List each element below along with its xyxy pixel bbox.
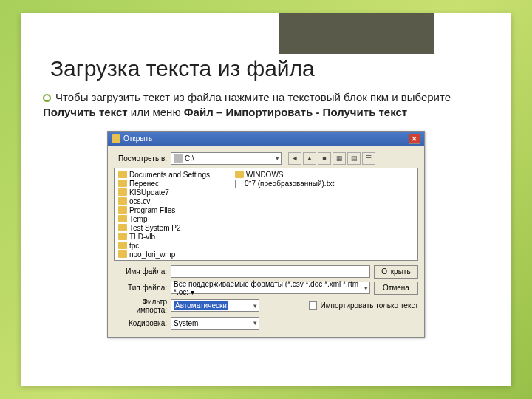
list-item[interactable]: Перенес [117, 180, 211, 188]
list-item[interactable]: 0*7 (преобразованный).txt [233, 180, 335, 188]
dialog-titlebar[interactable]: Открыть ✕ [108, 132, 424, 146]
list-item[interactable]: npo_lori_wmp [117, 250, 211, 259]
filter-label: Фильтр импорта: [114, 298, 167, 314]
list-item[interactable]: Documents and Settings [117, 171, 211, 179]
close-button[interactable]: ✕ [409, 134, 420, 144]
folder-icon [118, 250, 127, 258]
nav-view1-button[interactable]: ▦ [332, 152, 346, 165]
filename-input[interactable] [171, 265, 370, 278]
body-bold-1: Получить текст [43, 106, 128, 118]
encoding-label: Кодировка: [114, 319, 167, 327]
drive-icon [174, 154, 183, 163]
look-in-label: Посмотреть в: [114, 154, 167, 163]
folder-icon [118, 180, 127, 187]
look-in-combo[interactable]: C:\ [171, 152, 282, 165]
folder-icon [118, 197, 127, 205]
dialog-title: Открыть [123, 134, 152, 143]
folder-icon [118, 188, 127, 196]
body-bold-2: Файл – Импортировать - Получить текст [184, 106, 407, 118]
slide-accent-bar [279, 13, 434, 54]
folder-icon [118, 224, 127, 231]
file-icon [235, 180, 242, 188]
body-text-2: или меню [128, 106, 184, 118]
folder-icon [118, 206, 127, 214]
folder-icon [118, 242, 127, 249]
list-item[interactable]: Program Files [117, 206, 211, 214]
list-item[interactable]: Temp [117, 215, 211, 223]
list-item[interactable]: WINDOWS [233, 171, 335, 179]
nav-back-button[interactable]: ◄ [288, 152, 301, 165]
folder-icon [118, 215, 127, 222]
dialog-icon [112, 134, 120, 143]
list-item[interactable]: KISUpdate7 [117, 188, 211, 197]
slide-body: Чтобы загрузить текст из файла нажмите н… [21, 87, 511, 120]
list-item[interactable]: TLD-vlb [117, 233, 211, 241]
text-only-checkbox[interactable] [309, 301, 317, 310]
nav-view3-button[interactable]: ☰ [362, 152, 375, 165]
body-text-1: Чтобы загрузить текст из файла нажмите н… [55, 91, 451, 103]
filter-combo[interactable]: Автоматически [171, 299, 259, 312]
open-button[interactable]: Открыть [374, 265, 418, 279]
nav-view2-button[interactable]: ▤ [347, 152, 361, 165]
filename-label: Имя файла: [114, 267, 167, 276]
encoding-combo[interactable]: System [171, 317, 259, 330]
folder-icon [118, 233, 127, 240]
bullet-icon [43, 94, 51, 102]
list-item[interactable]: tpc [117, 242, 211, 250]
slide-title: Загрузка текста из файла [21, 13, 511, 87]
look-in-value: C:\ [185, 154, 194, 163]
filetype-label: Тип файла: [114, 284, 167, 292]
file-list[interactable]: Documents and Settings Перенес KISUpdate… [114, 168, 418, 261]
cancel-button[interactable]: Отмена [374, 282, 418, 295]
nav-buttons: ◄ ▲ ■ ▦ ▤ ☰ [288, 152, 375, 165]
checkbox-label: Импортировать только текст [320, 301, 418, 310]
list-item[interactable]: Test System P2 [117, 224, 211, 232]
nav-up-button[interactable]: ▲ [303, 152, 316, 165]
folder-icon [118, 171, 127, 178]
folder-icon [235, 171, 244, 178]
open-dialog: Открыть ✕ Посмотреть в: C:\ ◄ ▲ ■ ▦ ▤ ☰ [107, 131, 425, 338]
filetype-combo[interactable]: Все поддерживаемые форматы (*.csv *.doc … [171, 282, 370, 294]
nav-new-button[interactable]: ■ [318, 152, 331, 165]
list-item[interactable]: ocs.cv [117, 197, 211, 205]
